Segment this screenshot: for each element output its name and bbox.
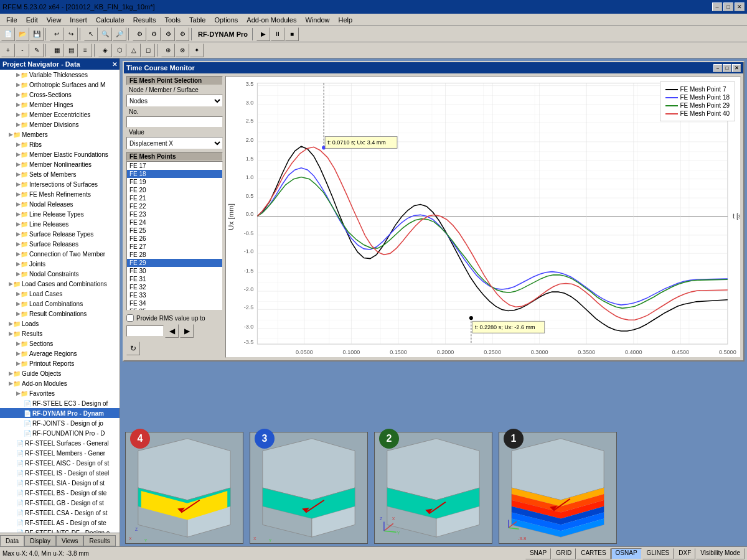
tb2-3[interactable]: ✎ [30, 44, 44, 57]
menu-insert[interactable]: Insert [66, 15, 91, 25]
tb-rftools3[interactable]: ⚙ [161, 27, 175, 41]
tb-rft1[interactable]: ▶ [256, 27, 270, 41]
fe-item-25[interactable]: FE 25 [127, 226, 222, 235]
tree-item-30[interactable]: ▶ 📁Guide Objects [0, 368, 120, 378]
tree-item-15[interactable]: ▶ 📁Line Releases [0, 219, 120, 229]
tree-item-28[interactable]: ▶ 📁Average Regions [0, 348, 120, 358]
fe-item-28[interactable]: FE 28 [127, 251, 222, 259]
menu-options[interactable]: Options [210, 15, 242, 25]
tree-item-24[interactable]: ▶ 📁Result Combinations [0, 309, 120, 319]
tree-item-40[interactable]: 📄RF-STEEL IS - Design of steel [0, 468, 120, 478]
tree-item-14[interactable]: ▶ 📁Line Release Types [0, 209, 120, 219]
tree-item-19[interactable]: ▶ 📁Joints [0, 259, 120, 269]
tb-rft3[interactable]: ■ [285, 27, 299, 41]
tb2-9[interactable]: △ [127, 44, 141, 57]
tb-zoom-in[interactable]: 🔍 [98, 27, 112, 41]
tree-item-5[interactable]: ▶ 📁Member Divisions [0, 119, 120, 129]
tree-item-38[interactable]: 📄RF-STEEL Members - Gener [0, 448, 120, 458]
tb-select[interactable]: ↖ [84, 27, 98, 41]
fe-item-21[interactable]: FE 21 [127, 194, 222, 202]
tree-item-11[interactable]: ▶ 📁Intersections of Surfaces [0, 179, 120, 189]
thumbnail-2[interactable]: 2 X Y [374, 432, 492, 544]
tree-item-27[interactable]: ▶ 📁Sections [0, 338, 120, 348]
tb2-10[interactable]: ◻ [141, 44, 155, 57]
tree-item-1[interactable]: ▶ 📁Orthotropic Surfaces and M [0, 80, 120, 90]
value-select[interactable]: Displacement X Displacement Y Displaceme… [126, 137, 223, 149]
tree-item-10[interactable]: ▶ 📁Sets of Members [0, 169, 120, 179]
tb-rft2[interactable]: ⏸ [271, 27, 284, 41]
tree-item-25[interactable]: ▶ 📁Loads [0, 319, 120, 329]
menu-window[interactable]: Window [301, 15, 333, 25]
tb2-8[interactable]: ⬡ [113, 44, 126, 57]
tree-item-42[interactable]: 📄RF-STEEL BS - Design of ste [0, 488, 120, 498]
tree-item-32[interactable]: ▶ 📁Favorites [0, 388, 120, 398]
tree-item-3[interactable]: ▶ 📁Member Hinges [0, 100, 120, 110]
menu-results[interactable]: Results [129, 15, 160, 25]
fe-item-26[interactable]: FE 26 [127, 235, 222, 243]
tree-item-44[interactable]: 📄RF-STEEL CSA - Design of st [0, 508, 120, 518]
fe-item-32[interactable]: FE 32 [127, 283, 222, 291]
sidebar-tree[interactable]: ▶ 📁Variable Thicknesses▶ 📁Orthotropic Su… [0, 70, 120, 533]
tab-results[interactable]: Results [83, 535, 115, 546]
fe-item-34[interactable]: FE 34 [127, 299, 222, 307]
tree-item-39[interactable]: 📄RF-STEEL AISC - Design of st [0, 458, 120, 468]
menu-edit[interactable]: Edit [22, 15, 42, 25]
tree-item-16[interactable]: ▶ 📁Surface Release Types [0, 229, 120, 239]
tree-item-22[interactable]: ▶ 📁Load Cases [0, 289, 120, 299]
tree-item-4[interactable]: ▶ 📁Member Eccentricities [0, 110, 120, 119]
tcm-minimize[interactable]: – [713, 64, 722, 72]
visibility-btn[interactable]: Visibility Mode [696, 548, 745, 559]
cartes-btn[interactable]: CARTES [576, 548, 610, 559]
tree-item-29[interactable]: ▶ 📁Printout Reports [0, 358, 120, 368]
menu-table[interactable]: Table [186, 15, 209, 25]
osnap-btn[interactable]: OSNAP [611, 548, 642, 559]
tb2-11[interactable]: ⊕ [161, 44, 175, 57]
tb2-13[interactable]: ✦ [190, 44, 204, 57]
menu-tools[interactable]: Tools [161, 15, 184, 25]
tb2-12[interactable]: ⊗ [176, 44, 189, 57]
maximize-btn[interactable]: □ [723, 2, 733, 11]
fe-item-31[interactable]: FE 31 [127, 275, 222, 283]
fe-item-20[interactable]: FE 20 [127, 186, 222, 194]
tree-item-17[interactable]: ▶ 📁Surface Releases [0, 239, 120, 249]
tb-new[interactable]: 📄 [1, 27, 15, 41]
tb-rftools2[interactable]: ⚙ [147, 27, 161, 41]
fe-item-22[interactable]: FE 22 [127, 202, 222, 210]
tree-item-18[interactable]: ▶ 📁Connection of Two Member [0, 249, 120, 259]
tb-undo[interactable]: ↩ [50, 27, 63, 41]
tree-item-2[interactable]: ▶ 📁Cross-Sections [0, 90, 120, 100]
tb2-1[interactable]: + [1, 44, 15, 57]
rms-checkbox[interactable] [126, 314, 134, 322]
tb2-4[interactable]: ▦ [50, 44, 63, 57]
fe-item-27[interactable]: FE 27 [127, 243, 222, 251]
grid-btn[interactable]: GRID [552, 548, 576, 559]
tree-item-36[interactable]: 📄RF-FOUNDATION Pro - D [0, 428, 120, 438]
close-btn[interactable]: ✕ [735, 2, 745, 11]
tree-item-35[interactable]: 📄RF-JOINTS - Design of jo [0, 418, 120, 428]
play-btn[interactable]: ▶ [180, 324, 194, 338]
no-input[interactable] [126, 116, 223, 128]
tb2-7[interactable]: ◈ [98, 44, 112, 57]
tcm-maximize[interactable]: □ [723, 64, 731, 72]
tb2-6[interactable]: ≡ [78, 44, 92, 57]
tab-views[interactable]: Views [56, 535, 84, 546]
fe-item-33[interactable]: FE 33 [127, 291, 222, 299]
tree-item-13[interactable]: ▶ 📁Nodal Releases [0, 199, 120, 209]
minimize-btn[interactable]: – [712, 2, 722, 11]
fe-item-35[interactable]: FE 35 [127, 307, 222, 310]
glines-btn[interactable]: GLINES [642, 548, 674, 559]
tree-item-33[interactable]: 📄RF-STEEL EC3 - Design of [0, 398, 120, 408]
tree-item-6[interactable]: ▶ 📁Members [0, 129, 120, 139]
sidebar-close[interactable]: ✕ [112, 61, 117, 68]
menu-calculate[interactable]: Calculate [92, 15, 128, 25]
tab-data[interactable]: Data [0, 535, 24, 546]
thumbnail-1[interactable]: 1 [499, 432, 617, 544]
tree-item-9[interactable]: ▶ 📁Member Nonlinearities [0, 159, 120, 169]
fe-item-24[interactable]: FE 24 [127, 218, 222, 226]
menu-view[interactable]: View [43, 15, 65, 25]
tree-item-0[interactable]: ▶ 📁Variable Thicknesses [0, 70, 120, 80]
thumbnail-3[interactable]: 3 X Y [250, 432, 368, 544]
snap-btn[interactable]: SNAP [525, 548, 551, 559]
tcm-controls[interactable]: – □ ✕ [713, 64, 741, 72]
tree-item-23[interactable]: ▶ 📁Load Combinations [0, 299, 120, 309]
